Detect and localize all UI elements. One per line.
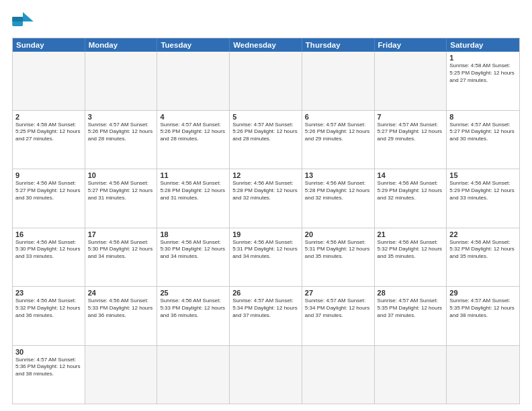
cal-cell: 13Sunrise: 4:56 AM Sunset: 5:28 PM Dayli… (302, 169, 375, 228)
calendar: SundayMondayTuesdayWednesdayThursdayFrid… (12, 38, 520, 404)
cal-cell: 6Sunrise: 4:57 AM Sunset: 5:26 PM Daylig… (302, 111, 375, 169)
cal-cell: 4Sunrise: 4:57 AM Sunset: 5:26 PM Daylig… (157, 111, 230, 169)
cell-sun-info: Sunrise: 4:56 AM Sunset: 5:30 PM Dayligh… (15, 239, 82, 261)
day-number: 17 (88, 230, 154, 238)
cell-sun-info: Sunrise: 4:57 AM Sunset: 5:26 PM Dayligh… (88, 122, 154, 143)
cell-sun-info: Sunrise: 4:56 AM Sunset: 5:32 PM Dayligh… (15, 298, 82, 319)
cal-cell (85, 346, 158, 404)
cell-sun-info: Sunrise: 4:56 AM Sunset: 5:28 PM Dayligh… (232, 180, 299, 201)
day-number: 15 (449, 171, 517, 179)
day-number: 8 (449, 113, 517, 121)
day-number: 28 (378, 289, 444, 297)
calendar-row-1: 2Sunrise: 4:58 AM Sunset: 5:25 PM Daylig… (13, 110, 519, 169)
day-number: 20 (305, 230, 371, 238)
cal-cell (157, 52, 230, 110)
cal-cell: 5Sunrise: 4:57 AM Sunset: 5:26 PM Daylig… (230, 111, 302, 169)
cal-cell (375, 52, 447, 110)
day-number: 10 (88, 171, 154, 179)
day-number: 4 (160, 113, 226, 121)
cell-sun-info: Sunrise: 4:56 AM Sunset: 5:30 PM Dayligh… (160, 239, 226, 261)
cal-cell: 30Sunrise: 4:57 AM Sunset: 5:36 PM Dayli… (13, 346, 85, 404)
cell-sun-info: Sunrise: 4:57 AM Sunset: 5:35 PM Dayligh… (449, 298, 517, 319)
cell-sun-info: Sunrise: 4:57 AM Sunset: 5:36 PM Dayligh… (15, 357, 82, 378)
day-number: 18 (160, 230, 226, 238)
day-number: 14 (378, 171, 444, 179)
calendar-header: SundayMondayTuesdayWednesdayThursdayFrid… (13, 38, 519, 52)
day-number: 6 (305, 113, 371, 121)
cal-cell (302, 52, 375, 110)
cal-cell: 7Sunrise: 4:57 AM Sunset: 5:27 PM Daylig… (375, 111, 447, 169)
cell-sun-info: Sunrise: 4:57 AM Sunset: 5:27 PM Dayligh… (378, 122, 444, 143)
cell-sun-info: Sunrise: 4:58 AM Sunset: 5:25 PM Dayligh… (449, 62, 517, 84)
cal-cell: 20Sunrise: 4:56 AM Sunset: 5:31 PM Dayli… (302, 228, 375, 287)
cell-sun-info: Sunrise: 4:58 AM Sunset: 5:25 PM Dayligh… (15, 122, 82, 143)
cal-cell: 12Sunrise: 4:56 AM Sunset: 5:28 PM Dayli… (230, 169, 302, 228)
cell-sun-info: Sunrise: 4:56 AM Sunset: 5:27 PM Dayligh… (88, 180, 154, 201)
cell-sun-info: Sunrise: 4:56 AM Sunset: 5:33 PM Dayligh… (160, 298, 226, 319)
cal-cell: 22Sunrise: 4:56 AM Sunset: 5:32 PM Dayli… (447, 228, 519, 287)
day-number: 3 (88, 113, 154, 121)
cal-cell: 8Sunrise: 4:57 AM Sunset: 5:27 PM Daylig… (447, 111, 519, 169)
cal-cell: 24Sunrise: 4:56 AM Sunset: 5:33 PM Dayli… (85, 287, 158, 345)
calendar-row-2: 9Sunrise: 4:56 AM Sunset: 5:27 PM Daylig… (13, 169, 519, 228)
day-number: 26 (232, 289, 299, 297)
day-number: 7 (378, 113, 444, 121)
cell-sun-info: Sunrise: 4:57 AM Sunset: 5:35 PM Dayligh… (378, 298, 444, 319)
cell-sun-info: Sunrise: 4:56 AM Sunset: 5:29 PM Dayligh… (449, 180, 517, 201)
cell-sun-info: Sunrise: 4:56 AM Sunset: 5:28 PM Dayligh… (160, 180, 226, 201)
logo (12, 12, 36, 31)
cal-cell: 14Sunrise: 4:56 AM Sunset: 5:29 PM Dayli… (375, 169, 447, 228)
cal-cell (85, 52, 158, 110)
weekday-header-tuesday: Tuesday (157, 38, 230, 52)
cal-cell (447, 346, 519, 404)
svg-marker-1 (23, 12, 34, 21)
cal-cell (230, 346, 302, 404)
day-number: 11 (160, 171, 226, 179)
cal-cell: 15Sunrise: 4:56 AM Sunset: 5:29 PM Dayli… (447, 169, 519, 228)
day-number: 1 (449, 54, 517, 62)
cal-cell: 27Sunrise: 4:57 AM Sunset: 5:34 PM Dayli… (302, 287, 375, 345)
cell-sun-info: Sunrise: 4:57 AM Sunset: 5:34 PM Dayligh… (305, 298, 371, 319)
cal-cell: 29Sunrise: 4:57 AM Sunset: 5:35 PM Dayli… (447, 287, 519, 345)
cal-cell (375, 346, 447, 404)
cal-cell (230, 52, 302, 110)
cal-cell: 21Sunrise: 4:56 AM Sunset: 5:32 PM Dayli… (375, 228, 447, 287)
cell-sun-info: Sunrise: 4:56 AM Sunset: 5:31 PM Dayligh… (305, 239, 371, 261)
weekday-header-sunday: Sunday (13, 38, 85, 52)
cal-cell: 17Sunrise: 4:56 AM Sunset: 5:30 PM Dayli… (85, 228, 158, 287)
cal-cell: 23Sunrise: 4:56 AM Sunset: 5:32 PM Dayli… (13, 287, 85, 345)
day-number: 23 (15, 289, 82, 297)
cell-sun-info: Sunrise: 4:57 AM Sunset: 5:34 PM Dayligh… (232, 298, 299, 319)
day-number: 13 (305, 171, 371, 179)
cell-sun-info: Sunrise: 4:56 AM Sunset: 5:33 PM Dayligh… (88, 298, 154, 319)
cal-cell (157, 346, 230, 404)
calendar-body: 1Sunrise: 4:58 AM Sunset: 5:25 PM Daylig… (13, 52, 519, 404)
calendar-row-5: 30Sunrise: 4:57 AM Sunset: 5:36 PM Dayli… (13, 345, 519, 404)
cell-sun-info: Sunrise: 4:57 AM Sunset: 5:26 PM Dayligh… (305, 122, 371, 143)
cal-cell (13, 52, 85, 110)
cal-cell: 10Sunrise: 4:56 AM Sunset: 5:27 PM Dayli… (85, 169, 158, 228)
day-number: 19 (232, 230, 299, 238)
cal-cell (302, 346, 375, 404)
day-number: 16 (15, 230, 82, 238)
day-number: 27 (305, 289, 371, 297)
weekday-header-monday: Monday (85, 38, 158, 52)
weekday-header-thursday: Thursday (302, 38, 375, 52)
header (12, 12, 520, 31)
cal-cell: 2Sunrise: 4:58 AM Sunset: 5:25 PM Daylig… (13, 111, 85, 169)
day-number: 25 (160, 289, 226, 297)
cal-cell: 28Sunrise: 4:57 AM Sunset: 5:35 PM Dayli… (375, 287, 447, 345)
weekday-header-wednesday: Wednesday (230, 38, 302, 52)
weekday-header-saturday: Saturday (447, 38, 519, 52)
cal-cell: 16Sunrise: 4:56 AM Sunset: 5:30 PM Dayli… (13, 228, 85, 287)
cell-sun-info: Sunrise: 4:56 AM Sunset: 5:32 PM Dayligh… (449, 239, 517, 261)
cell-sun-info: Sunrise: 4:57 AM Sunset: 5:26 PM Dayligh… (160, 122, 226, 143)
day-number: 21 (378, 230, 444, 238)
logo-icon (12, 12, 34, 31)
day-number: 9 (15, 171, 82, 179)
cell-sun-info: Sunrise: 4:56 AM Sunset: 5:28 PM Dayligh… (305, 180, 371, 201)
cell-sun-info: Sunrise: 4:57 AM Sunset: 5:27 PM Dayligh… (449, 122, 517, 143)
cell-sun-info: Sunrise: 4:56 AM Sunset: 5:29 PM Dayligh… (378, 180, 444, 201)
cal-cell: 25Sunrise: 4:56 AM Sunset: 5:33 PM Dayli… (157, 287, 230, 345)
cal-cell: 18Sunrise: 4:56 AM Sunset: 5:30 PM Dayli… (157, 228, 230, 287)
